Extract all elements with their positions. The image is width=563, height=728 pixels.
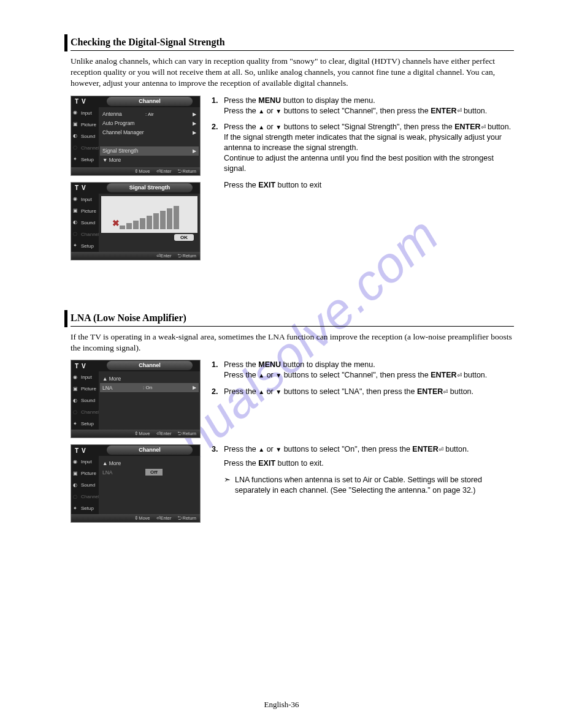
hint-enter: ⏎Enter	[156, 431, 172, 436]
signal-bar	[133, 221, 139, 229]
side-input: ◉Input	[71, 194, 99, 205]
ok-button: OK	[174, 234, 194, 241]
osd1-main: Antenna: Air▶ Auto Program▶ Channel Mana…	[99, 107, 200, 167]
row-lna: LNA: On▶	[100, 383, 199, 392]
hint-return: ⮌Return	[177, 253, 196, 259]
hint-move: ⇕Move	[134, 515, 150, 521]
hint-enter: ⏎Enter	[156, 253, 172, 259]
signal-bar	[120, 226, 125, 229]
row-more: ▲ More	[102, 374, 196, 383]
section2-instructions-b: 3. Press the ▲ or ▼ buttons to select "O…	[212, 444, 514, 523]
side-sound: ◐Sound	[71, 479, 99, 491]
setup-icon: ✦	[73, 421, 79, 427]
osd-lna-off: T V Channel ◉Input ▣Picture ◐Sound ◌Chan…	[71, 444, 201, 523]
side-setup: ✦Setup	[71, 418, 99, 430]
signal-bar	[147, 216, 152, 229]
step-body: Press the ▲ or ▼ buttons to select "Sign…	[224, 122, 514, 173]
enter-icon: ⏎	[457, 107, 462, 115]
osd2-tv-label: T V	[71, 184, 86, 191]
enter-icon: ⏎	[457, 371, 462, 380]
exit-line: Press the EXIT button to exit	[224, 180, 514, 191]
osd3-tv-label: T V	[71, 363, 86, 370]
row-signal-strength: Signal Strength▶	[100, 146, 199, 156]
picture-icon: ▣	[73, 386, 79, 392]
side-picture: ▣Picture	[71, 205, 99, 217]
setup-icon: ✦	[73, 243, 79, 249]
picture-icon: ▣	[73, 208, 79, 214]
signal-bar	[153, 213, 159, 229]
section1-heading-text: Checking the Digital-Signal Strength	[71, 37, 225, 47]
hint-enter: ⏎Enter	[156, 169, 172, 174]
side-channel: ◌Channel	[71, 142, 99, 154]
step-body: Press the MENU button to display the men…	[224, 96, 514, 116]
side-picture: ▣Picture	[71, 119, 99, 131]
step-num: 2.	[212, 122, 224, 173]
osd-signal-strength: T V Signal Strength ◉Input ▣Picture ◐Sou…	[71, 182, 201, 260]
sound-icon: ◐	[73, 219, 79, 226]
step-num: 2.	[212, 387, 224, 397]
section1-instructions: 1. Press the MENU button to display the …	[212, 96, 514, 260]
osd3-footer: ⇕Move ⏎Enter ⮌Return	[71, 430, 200, 438]
row-more: ▲ More	[102, 458, 196, 468]
side-channel: ◌Channel	[71, 229, 99, 240]
osd1-title: Channel	[107, 97, 193, 106]
step-num: 3.	[212, 444, 224, 469]
step-body: Press the MENU button to display the men…	[224, 360, 514, 381]
picture-icon: ▣	[73, 471, 79, 477]
note-text: LNA functions when antenna is set to Air…	[235, 475, 514, 496]
side-input: ◉Input	[71, 371, 99, 383]
osd3-title: Channel	[107, 361, 193, 370]
input-icon: ◉	[73, 459, 79, 465]
row-more: ▼ More	[102, 156, 196, 165]
enter-icon: ⏎	[481, 123, 486, 132]
hint-move: ⇕Move	[134, 169, 150, 174]
signal-bar	[174, 206, 179, 229]
osd2-title: Signal Strength	[107, 183, 193, 192]
osd-channel-lna: T V Channel ◉Input ▣Picture ◐Sound ◌Chan…	[71, 360, 201, 438]
hint-enter: ⏎Enter	[156, 515, 172, 521]
signal-bar	[167, 208, 172, 229]
lna-selection: Off	[145, 469, 163, 476]
section2-heading-text: LNA (Low Noise Amplifier)	[71, 313, 186, 323]
side-input: ◉Input	[71, 456, 99, 468]
side-channel: ◌Channel	[71, 406, 99, 418]
section2-instructions-a: 1. Press the MENU button to display the …	[212, 360, 514, 438]
heading-bar	[64, 310, 67, 327]
sound-icon: ◐	[73, 482, 79, 488]
channel-icon: ◌	[73, 409, 79, 415]
side-setup: ✦Setup	[71, 502, 99, 514]
step-2: 2. Press the ▲ or ▼ buttons to select "S…	[212, 122, 514, 173]
step-1: 1. Press the MENU button to display the …	[212, 96, 514, 116]
osd4-footer: ⇕Move ⏎Enter ⮌Return	[71, 514, 200, 522]
hint-return: ⮌Return	[177, 431, 196, 436]
channel-icon: ◌	[73, 231, 79, 237]
side-setup: ✦Setup	[71, 240, 99, 252]
input-icon: ◉	[73, 110, 79, 116]
side-input: ◉Input	[71, 107, 99, 119]
row-blank	[102, 137, 196, 146]
setup-icon: ✦	[73, 156, 79, 162]
osd4-tv-label: T V	[71, 447, 86, 454]
hint-move: ⇕Move	[134, 431, 150, 436]
step-2: 2. Press the ▲ or ▼ buttons to select "L…	[212, 387, 514, 397]
side-sound: ◐Sound	[71, 131, 99, 142]
signal-bars-display: ✖	[101, 196, 197, 233]
osd-channel-menu: T V Channel ◉Input ▣Picture ◐Sound ◌Chan…	[71, 96, 201, 176]
section2-intro: If the TV is operating in a weak-signal …	[71, 332, 514, 354]
input-icon: ◉	[73, 374, 79, 381]
side-picture: ▣Picture	[71, 383, 99, 395]
picture-icon: ▣	[73, 121, 79, 127]
side-channel: ◌Channel	[71, 491, 99, 502]
osd1-sidebar: ◉Input ▣Picture ◐Sound ◌Channel ✦Setup	[71, 107, 99, 167]
setup-icon: ✦	[73, 506, 79, 512]
osd2-main: ✖ OK	[99, 194, 200, 252]
osd1-tv-label: T V	[71, 98, 86, 105]
manual-page: Checking the Digital-Signal Strength Unl…	[0, 0, 563, 547]
enter-icon: ⏎	[439, 446, 443, 454]
side-sound: ◐Sound	[71, 217, 99, 229]
page-number: English-36	[0, 700, 563, 710]
row-lna-off: LNAOff	[102, 468, 196, 477]
step-1: 1. Press the MENU button to display the …	[212, 360, 514, 381]
osd4-title: Channel	[107, 446, 193, 455]
antenna-icon: ✖	[112, 218, 120, 228]
